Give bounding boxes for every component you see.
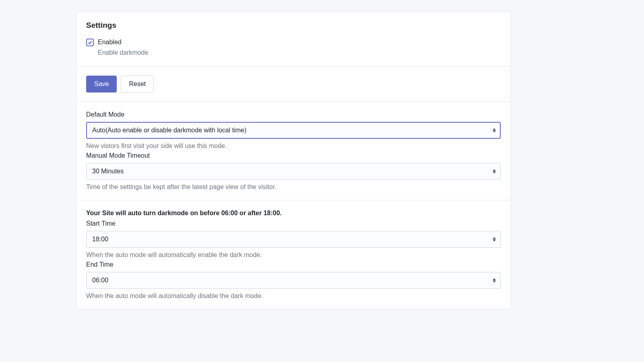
check-icon [88, 40, 92, 45]
enabled-labels: Enabled Enable darkmode [98, 38, 148, 58]
mode-section: Default Mode Auto(Auto enable or disable… [76, 102, 510, 200]
schedule-section: Your Site will auto turn darkmode on bef… [76, 200, 510, 309]
start-time-label: Start Time [86, 219, 501, 228]
manual-timeout-select[interactable]: 30 Minutes [86, 163, 501, 180]
end-time-select[interactable]: 06:00 [86, 272, 501, 289]
default-mode-select[interactable]: Auto(Auto enable or disable darkmode wit… [86, 122, 501, 139]
settings-card: Settings Enabled Enable darkmode Save Re… [76, 12, 511, 309]
end-time-select-wrap: 06:00 [86, 272, 501, 289]
enabled-row: Enabled Enable darkmode [86, 38, 501, 58]
manual-timeout-select-wrap: 30 Minutes [86, 163, 501, 180]
end-time-help: When the auto mode will automatically di… [86, 291, 501, 301]
enabled-description: Enable darkmode [98, 48, 148, 57]
end-time-group: End Time 06:00 When the auto mode will a… [86, 260, 501, 301]
default-mode-help: New vistors first visit your side will u… [86, 141, 501, 151]
settings-title: Settings [86, 21, 501, 30]
start-time-select[interactable]: 18:00 [86, 231, 501, 248]
button-row: Save Reset [86, 76, 501, 93]
default-mode-group: Default Mode Auto(Auto enable or disable… [86, 110, 501, 151]
settings-header-section: Settings Enabled Enable darkmode [76, 12, 510, 67]
save-button[interactable]: Save [86, 76, 117, 93]
enabled-label: Enabled [98, 38, 148, 47]
manual-timeout-label: Manual Mode Timeout [86, 151, 501, 160]
start-time-select-wrap: 18:00 [86, 231, 501, 248]
buttons-section: Save Reset [76, 67, 510, 102]
reset-button[interactable]: Reset [121, 76, 154, 93]
end-time-label: End Time [86, 260, 501, 269]
manual-timeout-group: Manual Mode Timeout 30 Minutes Time of t… [86, 151, 501, 192]
start-time-help: When the auto mode will automatically en… [86, 250, 501, 260]
auto-schedule-heading: Your Site will auto turn darkmode on bef… [86, 208, 501, 218]
default-mode-select-wrap: Auto(Auto enable or disable darkmode wit… [86, 122, 501, 139]
manual-timeout-help: Time of the settings be kept after the l… [86, 182, 501, 192]
start-time-group: Start Time 18:00 When the auto mode will… [86, 219, 501, 260]
enabled-checkbox[interactable] [86, 39, 94, 46]
default-mode-label: Default Mode [86, 110, 501, 119]
